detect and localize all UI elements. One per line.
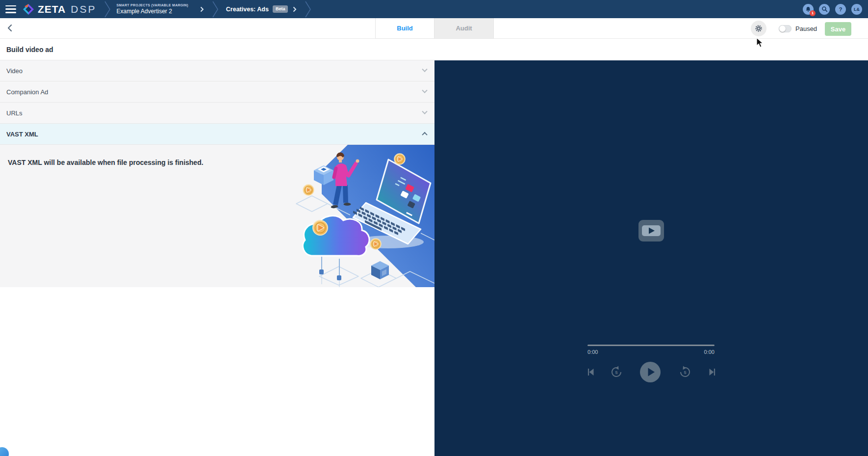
build-audit-tabs: Build Audit — [375, 18, 494, 39]
breadcrumb-separator-icon — [304, 0, 312, 18]
breadcrumb-section-name: Creatives: Ads — [226, 6, 269, 13]
section-urls[interactable]: URLs — [0, 103, 434, 124]
elapsed-time: 0:00 — [587, 349, 598, 355]
notification-count-badge: 1 — [810, 10, 816, 16]
breadcrumb-advertiser[interactable]: SMART PROJECTS (VARIABLE MARGIN) Example… — [116, 3, 188, 15]
build-panel: Build video ad Video Companion Ad URLs V… — [0, 39, 434, 287]
skip-to-end-button[interactable] — [706, 366, 718, 378]
save-button[interactable]: Save — [825, 22, 851, 36]
chat-widget-button[interactable] — [0, 447, 9, 456]
app-window: ZETA DSP SMART PROJECTS (VARIABLE MARGIN… — [0, 0, 868, 456]
chevron-up-icon — [422, 132, 427, 137]
time-labels: 0:00 0:00 — [587, 349, 715, 355]
forward-5-button[interactable]: 5 — [679, 365, 691, 378]
beta-badge: Beta — [273, 5, 288, 13]
tab-audit[interactable]: Audit — [434, 18, 494, 39]
paused-toggle[interactable] — [779, 25, 791, 32]
breadcrumb-advertiser-name: Example Advertiser 2 — [116, 8, 188, 15]
mouse-cursor — [756, 37, 766, 48]
user-avatar[interactable]: L& — [851, 4, 862, 15]
section-vast-xml[interactable]: VAST XML — [0, 124, 434, 145]
hamburger-menu-icon[interactable] — [5, 5, 16, 13]
chevron-down-icon — [422, 67, 427, 72]
section-video[interactable]: Video — [0, 60, 434, 81]
video-progress-bar[interactable] — [587, 345, 715, 346]
breadcrumb-separator-icon — [211, 0, 219, 18]
zeta-logo-icon[interactable] — [23, 3, 34, 15]
video-placeholder-icon — [638, 220, 664, 241]
breadcrumb-separator-icon — [103, 0, 111, 18]
help-button[interactable]: ? — [835, 4, 846, 15]
duration-time: 0:00 — [704, 349, 715, 355]
search-icon — [821, 5, 828, 13]
tab-build[interactable]: Build — [375, 18, 434, 39]
video-preview-panel: 0:00 0:00 5 5 — [434, 60, 868, 456]
top-navigation-bar: ZETA DSP SMART PROJECTS (VARIABLE MARGIN… — [0, 0, 868, 18]
chevron-down-icon — [422, 109, 427, 114]
notifications-button[interactable]: 1 — [803, 4, 814, 15]
svg-text:5: 5 — [684, 370, 686, 375]
chevron-right-icon[interactable] — [200, 6, 204, 12]
chevron-down-icon — [422, 88, 427, 93]
svg-text:5: 5 — [615, 370, 617, 375]
page-title: Build video ad — [0, 39, 434, 60]
video-processing-illustration — [292, 145, 434, 287]
topbar-actions: 1 ? L& — [803, 4, 862, 15]
question-mark-icon: ? — [839, 6, 842, 12]
section-companion-ad[interactable]: Companion Ad — [0, 81, 434, 103]
brand-name: ZETA — [38, 3, 66, 15]
paused-label: Paused — [795, 25, 817, 32]
vast-processing-message: VAST XML will be available when file pro… — [8, 159, 204, 166]
rewind-5-button[interactable]: 5 — [610, 365, 623, 378]
chevron-right-icon[interactable] — [293, 6, 297, 12]
skip-to-start-button[interactable] — [585, 366, 597, 378]
breadcrumb-creatives[interactable]: Creatives: Ads Beta — [226, 5, 297, 13]
vast-xml-content: VAST XML will be available when file pro… — [0, 145, 434, 287]
brand-suffix: DSP — [71, 3, 96, 15]
avatar-initials: L& — [854, 7, 860, 12]
gear-icon — [753, 23, 765, 34]
play-button[interactable] — [639, 361, 661, 383]
back-button[interactable] — [6, 24, 15, 32]
creative-toolbar: Build Audit Paused Save — [0, 18, 868, 39]
settings-button[interactable] — [751, 21, 766, 36]
search-button[interactable] — [819, 4, 830, 15]
breadcrumb-project-label: SMART PROJECTS (VARIABLE MARGIN) — [116, 3, 188, 7]
